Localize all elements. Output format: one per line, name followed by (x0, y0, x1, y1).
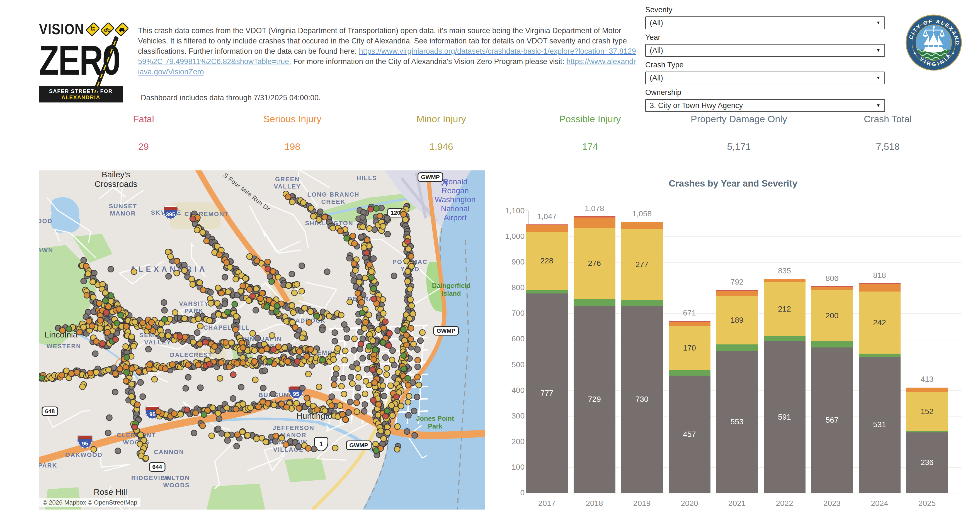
car-sign-icon (115, 22, 129, 36)
filter-crash-type: Crash Type (All) ▼ (645, 61, 885, 84)
bar-segment[interactable] (811, 286, 853, 287)
crash-type-dropdown[interactable]: (All) ▼ (645, 71, 885, 84)
bar-segment[interactable] (764, 279, 805, 279)
bar-segment[interactable] (764, 336, 805, 341)
ownership-dropdown[interactable]: 3. City or Town Hwy Agency ▼ (645, 99, 885, 112)
bar-segment-label: 242 (859, 318, 900, 327)
gridline (528, 493, 962, 493)
logo-vision-text: VISION (39, 21, 84, 38)
chevron-down-icon: ▼ (876, 20, 880, 25)
map-labels: Bailey's CrossroadsGREEN VALLEYHILLSLONG… (39, 170, 485, 509)
map-place-label: WILTON WOODS (163, 474, 190, 489)
bar-segment-label: 152 (906, 407, 948, 416)
logo-banner: SAFER STREETS FOR ALEXANDRIA (39, 86, 123, 103)
map-place-label: GREEN VALLEY (274, 176, 301, 190)
bar-segment-label: 228 (526, 257, 568, 265)
bar-segment[interactable] (764, 279, 805, 282)
bar-segment-label: 553 (716, 417, 758, 426)
intro-part2: For more information on the City of Alex… (291, 57, 566, 66)
bar-segment[interactable] (669, 321, 711, 322)
map-place-label: Rose Hill (94, 487, 127, 497)
map-place-label: PENN DAW VILLAGE (270, 439, 307, 453)
x-axis-label: 2024 (856, 499, 904, 508)
kpi-crash-total: Crash Total 7,518 (813, 114, 962, 152)
filter-ownership: Ownership 3. City or Town Hwy Agency ▼ (645, 88, 885, 112)
y-axis-tick-label: 1,100 (505, 206, 525, 215)
map-place-label: CHINQUAPIN VILLAGE (237, 335, 282, 350)
road-shield-gwmp: GWMP (418, 172, 443, 182)
bar-segment[interactable] (574, 217, 616, 228)
bar-segment[interactable] (621, 222, 663, 229)
road-shield-gwmp: GWMP (346, 441, 372, 450)
kpi-minor-injury-label: Minor Injury (367, 114, 515, 124)
severity-dropdown[interactable]: (All) ▼ (645, 16, 885, 29)
kpi-possible-injury-value: 174 (515, 141, 665, 152)
kpi-serious-injury: Serious Injury 198 (218, 114, 367, 152)
map-place-label: OAKLAWN (39, 247, 53, 254)
bar-segment[interactable] (574, 299, 616, 306)
map-place-label: POTOMAC YARD (393, 259, 428, 273)
crash-map[interactable]: ✈ Bailey's CrossroadsGREEN VALLEYHILLSLO… (39, 170, 485, 509)
kpi-serious-injury-label: Serious Injury (218, 114, 367, 124)
map-place-label: WESTERN (46, 343, 81, 350)
kpi-property-damage-label: Property Damage Only (665, 114, 813, 124)
bar-segment[interactable] (859, 283, 900, 285)
x-axis-label: 2017 (523, 499, 571, 508)
bar-segment[interactable] (716, 290, 758, 291)
map-place-label: Ronald Reagan Washington National Airpor… (435, 178, 476, 222)
x-axis-label: 2020 (666, 499, 713, 508)
road-shield-95: 95 (145, 406, 160, 419)
year-dropdown[interactable]: (All) ▼ (645, 44, 885, 57)
bar-total-label: 806 (808, 274, 856, 283)
bar-segment[interactable] (669, 370, 711, 376)
x-axis-label: 2022 (761, 499, 808, 508)
road-shield-120: 120 (387, 208, 404, 217)
bar-total-label: 671 (666, 308, 713, 317)
bar-segment-label: 200 (811, 311, 853, 320)
y-axis-tick-label: 900 (505, 257, 525, 267)
bar-segment[interactable] (574, 216, 616, 217)
map-attribution: © 2026 Mapbox © OpenStreetMap (39, 498, 140, 507)
bar-segment[interactable] (906, 387, 948, 392)
filter-year: Year (All) ▼ (645, 33, 885, 57)
x-axis-label: 2025 (904, 499, 951, 508)
bar-segment[interactable] (859, 354, 900, 357)
bar-segment[interactable] (621, 300, 663, 305)
bar-segment[interactable] (906, 387, 948, 387)
map-place-label: DALECREST (170, 351, 212, 359)
bar-segment[interactable] (716, 344, 758, 351)
logo-top-row: VISION (39, 22, 123, 37)
bar-segment[interactable] (811, 341, 853, 347)
map-place-label: ROSEMONT (302, 349, 342, 356)
map-place-label: Jones Point Park (410, 415, 460, 430)
map-place-label: SHIRLINGTON (305, 220, 353, 227)
map-place-label: CLERMONT WOODS (117, 432, 156, 446)
road-shield-395: 395 (163, 206, 178, 219)
bar-segment[interactable] (811, 287, 853, 290)
bar-segment-label: 567 (811, 416, 853, 425)
kpi-fatal-value: 29 (69, 141, 218, 152)
y-axis-tick-label: 500 (505, 360, 525, 369)
bar-segment[interactable] (526, 224, 568, 225)
kpi-possible-injury: Possible Injury 174 (515, 114, 665, 152)
bar-segment-label: 591 (764, 412, 805, 422)
map-place-label: PARK (39, 462, 57, 469)
bar-segment[interactable] (669, 322, 711, 326)
intro-text: This crash data comes from the VDOT (Vir… (138, 25, 637, 77)
bar-segment[interactable] (859, 284, 900, 292)
y-axis-tick (526, 211, 528, 211)
bar-total-label: 1,058 (618, 209, 666, 218)
bar-segment[interactable] (621, 222, 663, 222)
map-place-label: DELTA (197, 362, 220, 370)
x-axis-label: 2019 (618, 499, 666, 508)
logo-zero-text: ZER0 (39, 39, 123, 81)
bar-segment[interactable] (526, 225, 568, 232)
road-shield-gwmp: GWMP (433, 326, 459, 336)
bar-segment[interactable] (526, 290, 568, 294)
bar-segment[interactable] (906, 431, 948, 432)
map-place-label: Huntington (296, 411, 337, 421)
x-axis-label: 2018 (571, 499, 618, 508)
map-place-label: SUNSET MANOR (109, 203, 137, 217)
map-place-label: CAMERON (255, 360, 291, 368)
bar-segment[interactable] (716, 291, 758, 296)
